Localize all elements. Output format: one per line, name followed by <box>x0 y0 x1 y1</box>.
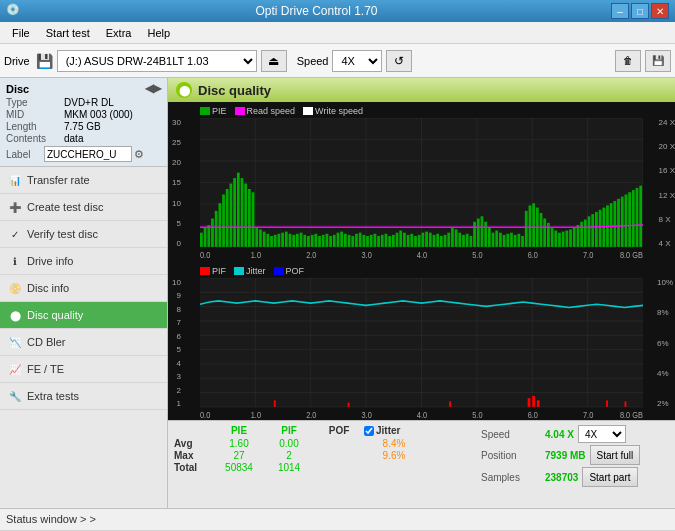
svg-rect-164 <box>348 403 350 407</box>
svg-rect-55 <box>344 234 347 247</box>
upper-chart-area: 30 25 20 15 10 5 0 24 X 20 X 16 X 12 X <box>200 118 643 260</box>
svg-rect-127 <box>610 203 613 247</box>
pie-legend-item: PIE <box>200 106 227 116</box>
sidebar-item-drive-info-label: Drive info <box>27 255 73 267</box>
svg-text:6.0: 6.0 <box>528 250 539 260</box>
maximize-button[interactable]: □ <box>631 3 649 19</box>
start-full-button[interactable]: Start full <box>590 445 641 465</box>
svg-text:2.0: 2.0 <box>306 250 317 260</box>
jitter-checkbox[interactable] <box>364 426 374 436</box>
disc-arrows-button[interactable]: ◀▶ <box>145 82 161 95</box>
stats-speed-row: Speed 4.04 X 4XMax1X2X <box>481 425 669 443</box>
sidebar-item-fe-te[interactable]: 📈 FE / TE <box>0 356 167 383</box>
svg-rect-30 <box>252 192 255 247</box>
eject-button[interactable]: ⏏ <box>261 50 287 72</box>
svg-rect-35 <box>270 236 273 247</box>
write-speed-legend-label: Write speed <box>315 106 363 116</box>
svg-rect-91 <box>477 218 480 246</box>
speed-select[interactable]: 4XMax1X2X8X <box>332 50 382 72</box>
sidebar-nav: 📊 Transfer rate ➕ Create test disc ✓ Ver… <box>0 167 167 508</box>
status-row: Status window > > <box>0 509 675 531</box>
pif-legend-label: PIF <box>212 266 226 276</box>
svg-rect-96 <box>495 231 498 247</box>
menu-extra[interactable]: Extra <box>98 22 140 43</box>
sidebar-item-cd-bler-label: CD Bler <box>27 336 66 348</box>
stats-total-row: Total 50834 1014 <box>174 462 469 473</box>
disc-length-label: Length <box>6 121 64 132</box>
sidebar-item-cd-bler[interactable]: 📉 CD Bler <box>0 329 167 356</box>
sidebar-item-verify-test-disc[interactable]: ✓ Verify test disc <box>0 221 167 248</box>
pof-legend-label: POF <box>286 266 305 276</box>
svg-rect-114 <box>562 232 565 247</box>
menu-start-test[interactable]: Start test <box>38 22 98 43</box>
sidebar-item-disc-quality[interactable]: ⬤ Disc quality <box>0 302 167 329</box>
svg-rect-100 <box>510 233 513 247</box>
disc-type-label: Type <box>6 97 64 108</box>
svg-rect-124 <box>599 210 602 247</box>
drive-label: Drive <box>4 55 30 67</box>
svg-rect-65 <box>381 235 384 247</box>
svg-rect-134 <box>636 188 639 247</box>
svg-rect-87 <box>462 235 465 247</box>
disc-info-panel: Disc ◀▶ Type DVD+R DL MID MKM 003 (000) … <box>0 78 167 167</box>
svg-rect-28 <box>244 184 247 247</box>
stats-position-label: Position <box>481 450 541 461</box>
svg-text:5.0: 5.0 <box>472 410 483 420</box>
svg-rect-118 <box>577 225 580 247</box>
sidebar-item-disc-info[interactable]: 📀 Disc info <box>0 275 167 302</box>
upper-chart-legend: PIE Read speed Write speed <box>170 104 673 118</box>
disc-label-settings-icon[interactable]: ⚙ <box>134 148 144 161</box>
svg-rect-78 <box>429 233 432 247</box>
start-part-button[interactable]: Start part <box>582 467 637 487</box>
disc-quality-header-icon: ⬤ <box>176 82 192 98</box>
refresh-button[interactable]: ↺ <box>386 50 412 72</box>
svg-text:8.0 GB: 8.0 GB <box>620 410 643 420</box>
save-button[interactable]: 💾 <box>645 50 671 72</box>
stats-max-row: Max 27 2 9.6% <box>174 450 469 461</box>
svg-rect-74 <box>414 236 417 247</box>
sidebar-item-drive-info[interactable]: ℹ Drive info <box>0 248 167 275</box>
svg-rect-132 <box>628 192 631 247</box>
menu-help[interactable]: Help <box>139 22 178 43</box>
pof-legend-item: POF <box>274 266 305 276</box>
svg-rect-27 <box>241 178 244 247</box>
svg-rect-98 <box>503 235 506 247</box>
svg-rect-64 <box>377 236 380 247</box>
svg-rect-86 <box>458 233 461 247</box>
menu-file[interactable]: File <box>4 22 38 43</box>
svg-text:3.0: 3.0 <box>362 410 373 420</box>
svg-text:7.0: 7.0 <box>583 250 594 260</box>
clear-button[interactable]: 🗑 <box>615 50 641 72</box>
svg-rect-52 <box>333 235 336 247</box>
svg-rect-97 <box>499 233 502 247</box>
svg-rect-166 <box>528 398 531 407</box>
stat-max-pof <box>314 450 364 461</box>
sidebar-item-extra-tests[interactable]: 🔧 Extra tests <box>0 383 167 410</box>
extra-tests-icon: 🔧 <box>8 389 22 403</box>
svg-rect-38 <box>281 233 284 247</box>
stat-total-pif: 1014 <box>264 462 314 473</box>
menubar: File Start test Extra Help <box>0 22 675 44</box>
stats-samples-value: 238703 <box>545 472 578 483</box>
svg-rect-51 <box>329 236 332 247</box>
upper-chart-container: PIE Read speed Write speed 30 2 <box>170 104 673 260</box>
titlebar-controls: – □ ✕ <box>611 3 669 19</box>
stats-position-value: 7939 MB <box>545 450 586 461</box>
close-button[interactable]: ✕ <box>651 3 669 19</box>
svg-rect-168 <box>537 400 540 407</box>
svg-rect-80 <box>436 234 439 247</box>
disc-contents-value: data <box>64 133 83 144</box>
svg-rect-66 <box>385 234 388 247</box>
upper-y-left-labels: 30 25 20 15 10 5 0 <box>172 118 183 248</box>
sidebar-item-create-test-disc[interactable]: ➕ Create test disc <box>0 194 167 221</box>
sidebar-item-transfer-rate[interactable]: 📊 Transfer rate <box>0 167 167 194</box>
svg-rect-36 <box>274 235 277 247</box>
stats-speed-select[interactable]: 4XMax1X2X <box>578 425 626 443</box>
svg-rect-20 <box>215 211 218 247</box>
svg-rect-135 <box>639 186 642 247</box>
drive-select[interactable]: (J:) ASUS DRW-24B1LT 1.03 <box>57 50 257 72</box>
svg-rect-83 <box>447 233 450 247</box>
disc-label-input[interactable] <box>44 146 132 162</box>
minimize-button[interactable]: – <box>611 3 629 19</box>
svg-rect-48 <box>318 236 321 247</box>
